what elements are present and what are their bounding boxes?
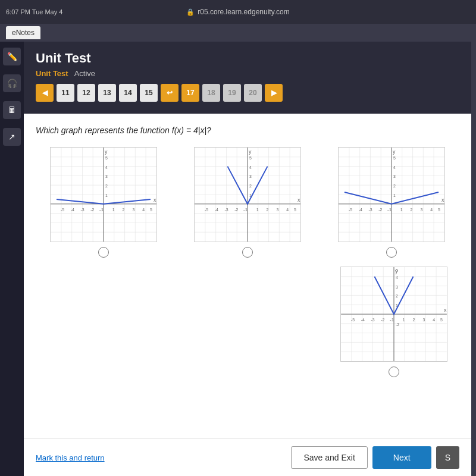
nav-prev-button[interactable]: ◀ <box>36 84 54 102</box>
svg-text:y: y <box>105 149 108 155</box>
graph-svg-d: x y -1 1 2 3 4 5 -2 -3 -4 -5 1 <box>341 267 447 361</box>
svg-text:2: 2 <box>393 184 396 188</box>
svg-text:-2: -2 <box>379 208 383 212</box>
graph-box-a: x y -1 1 2 3 4 5 -2 -3 -4 -5 <box>50 147 157 242</box>
svg-text:2: 2 <box>122 208 124 212</box>
nav-btn-11[interactable]: 11 <box>57 84 74 102</box>
nav-back-button[interactable]: ↩ <box>161 84 178 102</box>
sidebar-calculator-icon[interactable]: 🖩 <box>3 101 21 119</box>
svg-text:5: 5 <box>440 318 443 322</box>
svg-text:4: 4 <box>249 165 252 170</box>
action-buttons: Save and Exit Next S <box>291 446 459 469</box>
radio-graph-c[interactable] <box>386 247 397 258</box>
mark-return-button[interactable]: Mark this and return <box>36 453 105 462</box>
browser-bar: 6:07 PM Tue May 4 🔒 r05.core.learn.edgen… <box>0 0 476 24</box>
graph-item-c: x y -1 1 2 3 4 5 -2 -3 -4 -5 1 <box>324 147 459 258</box>
svg-text:-4: -4 <box>70 208 74 212</box>
header-area: Unit Test Unit Test Active ◀ 11 12 13 14… <box>24 42 471 114</box>
svg-text:2: 2 <box>249 184 252 188</box>
svg-text:-4: -4 <box>361 318 365 322</box>
nav-btn-13[interactable]: 13 <box>98 84 116 102</box>
radio-graph-b[interactable] <box>242 247 253 258</box>
svg-text:3: 3 <box>132 208 134 212</box>
subtitle-row: Unit Test Active <box>36 69 459 78</box>
graph-svg-b: x y -1 1 2 3 4 5 -2 -3 -4 -5 1 <box>195 148 300 242</box>
nav-btn-17[interactable]: 17 <box>181 84 199 102</box>
svg-text:3: 3 <box>393 174 396 178</box>
browser-time: 6:07 PM Tue May 4 <box>6 8 62 15</box>
svg-text:4: 4 <box>396 275 398 280</box>
svg-text:y: y <box>393 149 396 155</box>
svg-text:5: 5 <box>105 156 108 160</box>
graph-item-d: x y -1 1 2 3 4 5 -2 -3 -4 -5 1 <box>340 267 447 377</box>
svg-text:x: x <box>444 307 447 313</box>
svg-text:1: 1 <box>105 193 108 198</box>
nav-btn-12[interactable]: 12 <box>77 84 95 102</box>
svg-text:-2: -2 <box>381 318 384 322</box>
graph-box-c: x y -1 1 2 3 4 5 -2 -3 -4 -5 1 <box>338 147 445 242</box>
svg-text:-3: -3 <box>80 208 84 212</box>
svg-text:4: 4 <box>433 318 435 322</box>
nav-btn-14[interactable]: 14 <box>119 84 137 102</box>
sidebar-pencil-icon[interactable]: ✏️ <box>3 48 21 65</box>
svg-text:2: 2 <box>396 294 398 298</box>
lock-icon: 🔒 <box>186 8 195 16</box>
svg-text:1: 1 <box>403 318 405 322</box>
sidebar: ✏️ 🎧 🖩 ↗ <box>0 42 24 476</box>
graphs-grid: x y -1 1 2 3 4 5 -2 -3 -4 -5 <box>36 147 459 258</box>
svg-text:-3: -3 <box>371 318 374 322</box>
svg-text:2: 2 <box>105 184 108 188</box>
svg-text:-3: -3 <box>369 208 372 212</box>
svg-text:-5: -5 <box>351 318 355 322</box>
svg-text:x: x <box>441 197 444 203</box>
question-area: Which graph represents the function f(x)… <box>24 114 471 439</box>
svg-text:5: 5 <box>393 156 396 160</box>
right-edge <box>471 42 476 476</box>
svg-text:-3: -3 <box>224 208 228 212</box>
graph-svg-c: x y -1 1 2 3 4 5 -2 -3 -4 -5 1 <box>339 148 444 242</box>
svg-text:5: 5 <box>150 208 152 212</box>
svg-text:-5: -5 <box>349 208 352 212</box>
graph-row-bottom: x y -1 1 2 3 4 5 -2 -3 -4 -5 1 <box>36 267 459 377</box>
nav-btn-20[interactable]: 20 <box>244 84 262 102</box>
svg-text:-2: -2 <box>396 322 399 327</box>
sidebar-headphones-icon[interactable]: 🎧 <box>3 74 21 92</box>
svg-text:5: 5 <box>438 208 440 212</box>
svg-text:4: 4 <box>430 208 433 212</box>
nav-btn-15[interactable]: 15 <box>140 84 158 102</box>
svg-text:x: x <box>298 197 300 203</box>
nav-btn-18[interactable]: 18 <box>202 84 220 102</box>
svg-text:1: 1 <box>256 208 259 212</box>
svg-text:-2: -2 <box>90 208 94 212</box>
svg-text:-2: -2 <box>234 208 238 212</box>
s-button[interactable]: S <box>436 446 459 469</box>
svg-text:3: 3 <box>422 318 425 322</box>
svg-text:x: x <box>154 197 156 203</box>
svg-text:1: 1 <box>393 193 396 198</box>
main-content: ✏️ 🎧 🖩 ↗ Unit Test Unit Test Active ◀ 11… <box>0 42 476 476</box>
svg-text:4: 4 <box>393 165 396 170</box>
radio-graph-d[interactable] <box>389 367 399 377</box>
svg-text:-1: -1 <box>390 317 394 322</box>
graph-item-a: x y -1 1 2 3 4 5 -2 -3 -4 -5 <box>36 147 171 258</box>
svg-text:2: 2 <box>267 208 269 212</box>
svg-text:-5: -5 <box>205 208 208 212</box>
svg-text:-1: -1 <box>243 207 248 212</box>
sidebar-arrow-icon[interactable]: ↗ <box>3 128 21 146</box>
unit-test-link[interactable]: Unit Test <box>36 69 68 78</box>
content-panel: Unit Test Unit Test Active ◀ 11 12 13 14… <box>24 42 471 476</box>
question-nav: ◀ 11 12 13 14 15 ↩ 17 18 19 20 ▶ <box>36 84 459 108</box>
radio-graph-a[interactable] <box>98 247 109 258</box>
svg-text:4: 4 <box>105 165 108 170</box>
nav-next-button[interactable]: ▶ <box>265 84 283 102</box>
svg-text:4: 4 <box>286 208 289 212</box>
svg-text:y: y <box>249 149 252 155</box>
question-text: Which graph represents the function f(x)… <box>36 126 459 135</box>
next-button[interactable]: Next <box>372 446 431 469</box>
page-title: Unit Test <box>36 51 459 66</box>
enotes-tab[interactable]: eNotes <box>6 26 40 39</box>
svg-text:5: 5 <box>294 208 296 212</box>
svg-text:-4: -4 <box>359 208 362 212</box>
nav-btn-19[interactable]: 19 <box>223 84 241 102</box>
save-exit-button[interactable]: Save and Exit <box>291 446 367 469</box>
